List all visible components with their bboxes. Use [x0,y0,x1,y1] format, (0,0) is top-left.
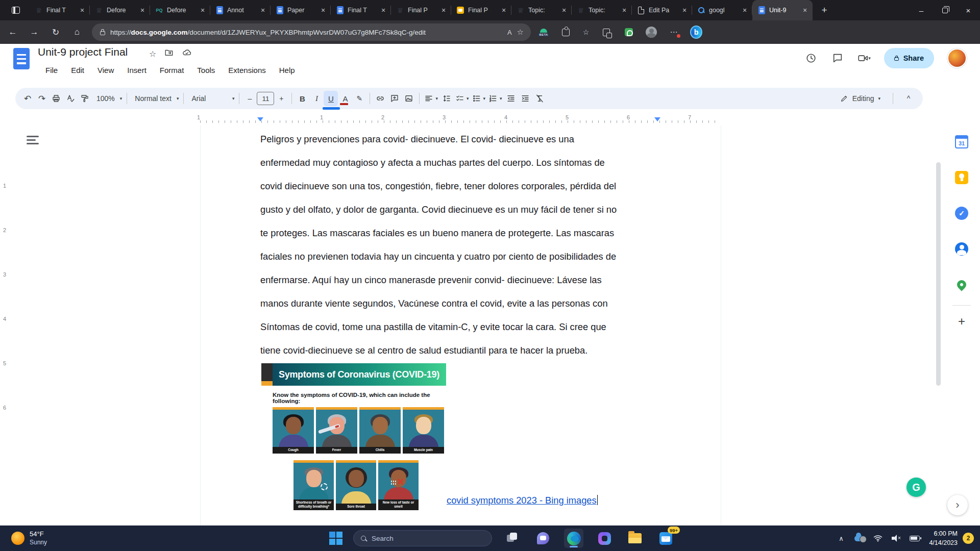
menu-edit[interactable]: Edit [66,64,89,76]
text-color-button[interactable]: A [338,91,352,106]
forward-button[interactable]: → [26,24,43,40]
clock[interactable]: 6:00 PM 4/14/2023 [929,525,958,551]
zoom-select[interactable]: 100%▾ [92,91,124,106]
tab-close-icon[interactable]: × [740,6,749,15]
hide-menus-button[interactable]: ^ [901,91,916,106]
print-button[interactable] [49,91,63,106]
font-size-input[interactable]: 11 [257,92,274,105]
paint-format-button[interactable] [78,91,92,106]
editing-mode-select[interactable]: Editing▾ [836,91,885,106]
version-history-icon[interactable] [804,52,818,65]
increase-indent-button[interactable] [518,91,532,106]
font-select[interactable]: Arial▾ [187,91,236,106]
settings-more-icon[interactable]: ⋯ [668,26,680,38]
horizontal-ruler[interactable]: 1 1 2 3 4 5 6 7 [0,113,980,126]
left-indent-marker[interactable] [257,117,263,121]
google-docs-logo[interactable] [13,48,30,69]
refresh-button[interactable]: ↻ [47,24,64,40]
onedrive-icon[interactable] [854,533,865,543]
tab-close-icon[interactable]: × [499,6,508,15]
editor-beta-icon[interactable]: BETA [538,26,549,38]
favorites-icon[interactable]: ☆ [582,28,590,36]
browser-essentials-icon[interactable] [623,26,635,38]
tab-close-icon[interactable]: × [78,6,87,15]
wifi-icon[interactable] [873,533,883,543]
tasks-icon[interactable]: ✓ [952,204,971,222]
tab-close-icon[interactable]: × [258,6,267,15]
font-size-increase[interactable]: + [274,91,288,106]
browser-tab[interactable]: ♕Defore× [90,0,150,20]
collections-icon[interactable] [600,26,612,38]
tab-close-icon[interactable]: × [800,6,810,15]
address-bar[interactable]: https://docs.google.com/document/d/1ZJWE… [92,23,531,41]
browser-tab[interactable]: Annot× [210,0,271,20]
browser-tab[interactable]: Final T× [331,0,391,20]
browser-tab[interactable]: PQDefore× [150,0,210,20]
decrease-indent-button[interactable] [504,91,518,106]
bing-copilot-icon[interactable]: b [690,26,702,38]
bulleted-list-button[interactable]: ▾ [471,91,487,106]
grammarly-badge[interactable]: G [906,478,926,497]
align-button[interactable]: ▾ [423,91,439,106]
tab-close-icon[interactable]: × [620,6,629,15]
profile-avatar[interactable] [645,26,657,38]
checklist-button[interactable]: ▾ [454,91,471,106]
tab-actions-icon[interactable] [7,4,24,17]
font-size-decrease[interactable]: – [242,91,257,106]
spellcheck-button[interactable] [63,91,78,106]
insert-link-button[interactable] [373,91,387,106]
contacts-icon[interactable] [952,240,971,258]
share-button[interactable]: Share [884,48,934,68]
browser-tab[interactable]: ♕Final P× [391,0,451,20]
bold-button[interactable]: B [295,91,309,106]
edge-button[interactable] [564,529,583,548]
paragraph-style-select[interactable]: Normal text▾ [130,91,180,106]
menu-insert[interactable]: Insert [122,64,151,76]
menu-file[interactable]: File [41,64,62,76]
document-title[interactable]: Unit-9 project Final [38,46,128,58]
comments-icon[interactable] [831,52,844,65]
restore-button[interactable] [933,0,957,20]
maps-icon[interactable] [952,276,971,294]
numbered-list-button[interactable]: ▾ [487,91,504,106]
volume-muted-icon[interactable]: × [891,533,901,543]
tab-close-icon[interactable]: × [379,6,388,15]
cloud-status-icon[interactable] [182,48,192,59]
add-comment-button[interactable] [387,91,402,106]
task-view-button[interactable] [503,529,522,548]
document-outline-icon[interactable] [27,136,40,147]
keep-icon[interactable] [952,168,971,187]
teams-chat-button[interactable] [533,529,553,548]
tab-close-icon[interactable]: × [439,6,448,15]
browser-tab[interactable]: ♕Topic:× [511,0,572,20]
covid-symptoms-infographic[interactable]: Symptoms of Coronavirus (COVID-19) Know … [261,363,446,510]
insert-image-button[interactable] [402,91,416,106]
battery-icon[interactable] [910,533,920,543]
browser-tab[interactable]: googl× [692,0,752,20]
tab-close-icon[interactable]: × [680,6,689,15]
tab-close-icon[interactable]: × [198,6,207,15]
tab-close-icon[interactable]: × [138,6,147,15]
file-explorer-button[interactable] [625,529,645,548]
tab-close-icon[interactable]: × [318,6,328,15]
clear-formatting-button[interactable] [532,91,547,106]
notification-badge[interactable]: 2 [963,533,974,544]
browser-tab[interactable]: Final P× [451,0,511,20]
undo-button[interactable]: ↶ [20,91,35,106]
close-button[interactable]: × [957,0,980,20]
widgets-weather[interactable]: 54°FSunny [7,525,51,551]
vertical-scrollbar[interactable] [936,162,941,386]
add-favorite-icon[interactable]: ☆ [517,28,524,37]
browser-tab[interactable]: Paper× [271,0,331,20]
taskbar-search[interactable]: Search [353,530,492,546]
read-aloud-icon[interactable]: A [507,29,512,36]
right-indent-marker[interactable] [654,117,660,121]
calendar-icon[interactable]: 31 [952,133,971,151]
start-button[interactable] [329,532,342,545]
menu-extensions[interactable]: Extensions [224,64,270,76]
highlight-button[interactable]: ✎ [352,91,366,106]
bing-images-link[interactable]: covid symptoms 2023 - Bing images [447,495,598,506]
new-tab-button[interactable]: + [817,3,832,18]
redo-button[interactable]: ↷ [35,91,49,106]
underline-button[interactable]: U [324,91,338,106]
